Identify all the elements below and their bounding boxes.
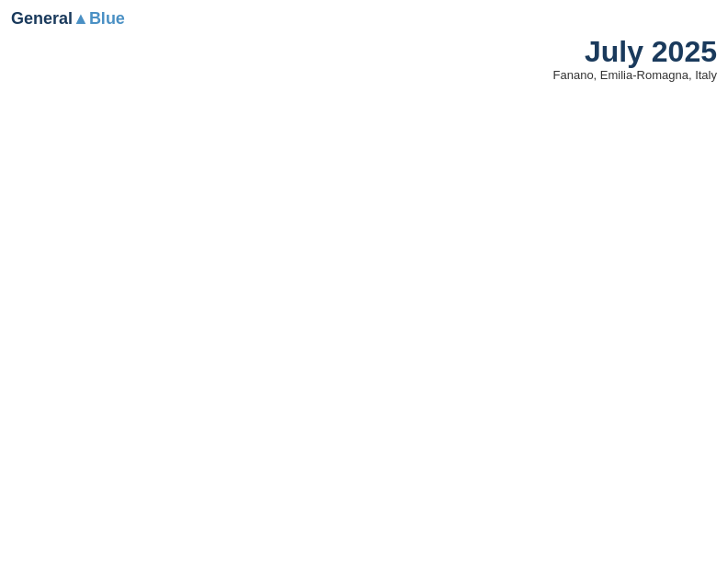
title-block: July 2025 Fanano, Emilia-Romagna, Italy: [11, 36, 717, 82]
page-header: General▲ Blue: [11, 9, 717, 29]
logo-blue: Blue: [89, 9, 125, 29]
page-container: General▲ Blue July 2025 Fanano, Emilia-R…: [0, 0, 728, 563]
logo-text: General▲: [11, 10, 89, 29]
logo: General▲ Blue: [11, 9, 125, 29]
month-title: July 2025: [11, 36, 717, 68]
location-subtitle: Fanano, Emilia-Romagna, Italy: [11, 68, 717, 82]
